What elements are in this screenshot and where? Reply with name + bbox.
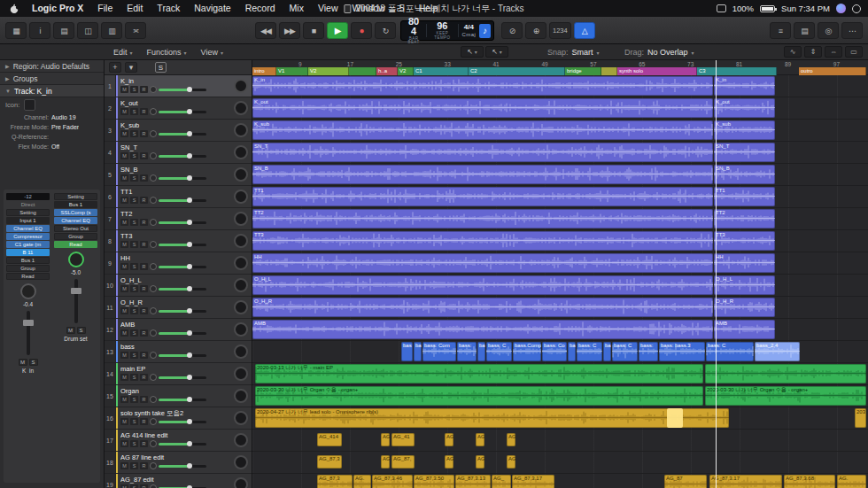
track-meter-knob[interactable] bbox=[234, 278, 248, 292]
strip-fader[interactable] bbox=[74, 279, 78, 323]
lane-ag-414-line-edit[interactable]: AG_414AG.AG_41AG.AG.AG_ bbox=[252, 430, 868, 452]
audio-region[interactable]: AG_87,3.17 bbox=[709, 475, 782, 488]
strip-m-button[interactable]: M bbox=[66, 327, 75, 334]
marker-c2[interactable]: C2 bbox=[469, 67, 565, 75]
audio-region[interactable]: AG_87,3 bbox=[317, 455, 342, 469]
pan-knob[interactable] bbox=[150, 396, 157, 403]
metronome-button[interactable]: △ bbox=[574, 22, 595, 39]
lane-k-in[interactable]: K_inK_in bbox=[252, 75, 868, 97]
track-header-sn-b[interactable]: 5SN_BMSR bbox=[105, 164, 252, 186]
audio-region[interactable]: K_in bbox=[714, 76, 775, 96]
pan-knob[interactable] bbox=[150, 219, 157, 226]
volume-slider[interactable] bbox=[159, 111, 206, 113]
lane-hh[interactable]: HHHH bbox=[252, 252, 868, 275]
playhead[interactable] bbox=[716, 60, 717, 488]
track-m-button[interactable]: M bbox=[120, 174, 128, 182]
play-button[interactable]: ▶ bbox=[327, 22, 348, 39]
lane-bass[interactable]: basbabass: Combass:babass: Cbass.Compbas… bbox=[252, 341, 868, 363]
control-bar-icon[interactable]: ▦ bbox=[5, 22, 27, 39]
audio-region[interactable]: AG. bbox=[476, 433, 484, 446]
audio-region[interactable] bbox=[705, 364, 866, 383]
track-m-button[interactable]: M bbox=[120, 484, 128, 488]
track-header-ag-87-line-edit[interactable]: 18AG 87 line editMSR bbox=[105, 452, 252, 474]
audio-region[interactable]: bass: C bbox=[577, 342, 602, 361]
track-r-button[interactable]: R bbox=[140, 219, 148, 226]
menubar-clock[interactable]: Sun 7:34 PM bbox=[781, 4, 830, 13]
audio-region[interactable]: AG_87,3 bbox=[317, 475, 353, 488]
track-r-button[interactable]: R bbox=[140, 374, 148, 381]
volume-slider[interactable] bbox=[159, 310, 206, 313]
volume-slider[interactable] bbox=[159, 133, 206, 136]
track-header-tt2[interactable]: 7TT2MSR bbox=[105, 208, 252, 230]
track-r-button[interactable]: R bbox=[140, 307, 148, 314]
snap-menu[interactable]: Snap: Smart ▾ bbox=[547, 44, 600, 60]
track-r-button[interactable]: R bbox=[140, 285, 148, 292]
track-r-button[interactable]: R bbox=[140, 130, 148, 137]
pan-knob[interactable] bbox=[150, 440, 157, 447]
strip-slot-btn[interactable]: Bus 1 bbox=[6, 257, 50, 264]
pan-knob[interactable] bbox=[150, 462, 157, 469]
strip-slot-plug[interactable]: SSLComp (s bbox=[54, 209, 97, 216]
strip-slot-readout[interactable]: -12 bbox=[6, 193, 50, 200]
audio-region[interactable]: O_H_R bbox=[714, 298, 775, 317]
audio-region[interactable]: TT3 bbox=[252, 231, 713, 251]
track-m-button[interactable]: M bbox=[120, 152, 128, 159]
audio-region[interactable]: AG. bbox=[353, 475, 371, 488]
menu-navigate[interactable]: Navigate bbox=[187, 0, 237, 17]
pan-knob[interactable] bbox=[150, 329, 157, 337]
strip-slot-plug[interactable]: C1 gate (m bbox=[6, 241, 50, 248]
audio-region[interactable]: 203 bbox=[855, 408, 866, 428]
audio-region[interactable]: AG_87, bbox=[391, 455, 415, 469]
quick-help-icon[interactable]: i bbox=[29, 22, 50, 39]
volume-slider[interactable] bbox=[159, 155, 206, 158]
pan-knob[interactable] bbox=[150, 263, 157, 270]
strip-slot-btn[interactable]: Stereo Out bbox=[54, 225, 97, 232]
track-s-button[interactable]: S bbox=[130, 197, 138, 204]
track-s-button[interactable]: S bbox=[130, 462, 138, 469]
track-header-sn-t[interactable]: 4SN_TMSR bbox=[105, 142, 252, 164]
track-meter-knob[interactable] bbox=[234, 345, 248, 359]
audio-region[interactable]: TT2 bbox=[714, 209, 775, 229]
field-value[interactable]: Audio 19 bbox=[51, 114, 76, 120]
audio-region[interactable]: AG. bbox=[381, 455, 390, 469]
zoom-control-icon-0[interactable]: ∿ bbox=[784, 46, 802, 58]
pan-knob[interactable] bbox=[150, 307, 157, 314]
track-meter-knob[interactable] bbox=[234, 322, 248, 337]
tuner-button[interactable]: ⊘ bbox=[501, 22, 523, 39]
menu-track[interactable]: Track bbox=[150, 0, 187, 17]
track-r-button[interactable]: R bbox=[140, 440, 148, 447]
count-in-button[interactable]: 1234 bbox=[549, 22, 571, 39]
track-header-k-in[interactable]: 1K_inMSR bbox=[105, 75, 252, 97]
track-meter-knob[interactable] bbox=[234, 256, 248, 270]
track-meter-knob[interactable] bbox=[234, 455, 248, 469]
track-s-button[interactable]: S bbox=[130, 374, 138, 381]
drag-menu[interactable]: Drag: No Overlap ▾ bbox=[624, 44, 694, 60]
rewind-button[interactable]: ◀◀ bbox=[255, 22, 276, 39]
browsers-icon[interactable]: ⋯ bbox=[841, 22, 863, 39]
midi-activity-icon[interactable]: ♪ bbox=[479, 24, 491, 38]
track-meter-knob[interactable] bbox=[234, 234, 248, 248]
note-pads-icon[interactable]: ▤ bbox=[794, 22, 815, 39]
audio-region[interactable]: bass: bbox=[457, 342, 477, 361]
audio-region[interactable]: bass: C bbox=[612, 342, 638, 361]
lane-o-h-l[interactable]: O_H_LO_H_L bbox=[252, 275, 868, 297]
strip-slot-btn[interactable]: Setting bbox=[54, 193, 97, 200]
editors-icon[interactable]: ≍ bbox=[125, 22, 146, 39]
track-s-button[interactable]: S bbox=[130, 152, 138, 159]
audio-region[interactable]: SN_T bbox=[714, 143, 775, 162]
strip-slot-plug[interactable]: Compressor bbox=[6, 233, 50, 240]
track-m-button[interactable]: M bbox=[120, 197, 128, 204]
region-inspector-header[interactable]: ▶ Region: Audio Defaults bbox=[0, 60, 104, 73]
track-header-o-h-r[interactable]: 11O_H_RMSR bbox=[105, 297, 252, 319]
audio-region[interactable]: AG_87 bbox=[664, 475, 707, 488]
marker-c1[interactable]: C1 bbox=[414, 67, 469, 75]
track-s-button[interactable]: S bbox=[130, 484, 138, 488]
volume-slider[interactable] bbox=[159, 221, 206, 224]
loop-browser-icon[interactable]: ◎ bbox=[818, 22, 839, 39]
lane-main-ep[interactable]: 2020-03-13 나가 너무 - main EP bbox=[252, 363, 868, 385]
audio-region[interactable]: SN_B bbox=[714, 165, 775, 184]
strip-slot-auto[interactable]: Read bbox=[54, 241, 97, 248]
audio-region[interactable]: AMB bbox=[252, 320, 713, 339]
lane-organ[interactable]: 2020-03-30 나가 너무 Organ 수음 - organ+2020-0… bbox=[252, 385, 868, 407]
lcd-display[interactable]: 80 4 BAR BEAT 96 KEEP TEMPO 4/4 Cmaj ♪ bbox=[400, 20, 494, 41]
